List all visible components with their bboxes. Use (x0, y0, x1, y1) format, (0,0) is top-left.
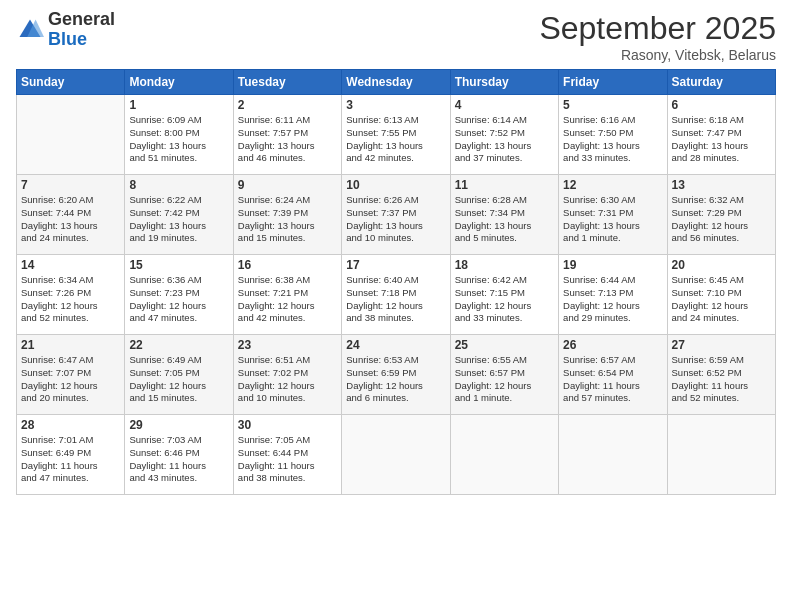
calendar-cell: 18Sunrise: 6:42 AM Sunset: 7:15 PM Dayli… (450, 255, 558, 335)
day-number: 22 (129, 338, 228, 352)
calendar-cell: 2Sunrise: 6:11 AM Sunset: 7:57 PM Daylig… (233, 95, 341, 175)
calendar-cell: 8Sunrise: 6:22 AM Sunset: 7:42 PM Daylig… (125, 175, 233, 255)
day-number: 10 (346, 178, 445, 192)
day-info: Sunrise: 6:47 AM Sunset: 7:07 PM Dayligh… (21, 354, 120, 405)
title-month: September 2025 (539, 10, 776, 47)
logo-general: General (48, 10, 115, 30)
day-info: Sunrise: 6:11 AM Sunset: 7:57 PM Dayligh… (238, 114, 337, 165)
calendar-cell: 11Sunrise: 6:28 AM Sunset: 7:34 PM Dayli… (450, 175, 558, 255)
day-info: Sunrise: 6:55 AM Sunset: 6:57 PM Dayligh… (455, 354, 554, 405)
logo-blue: Blue (48, 30, 115, 50)
day-info: Sunrise: 6:32 AM Sunset: 7:29 PM Dayligh… (672, 194, 771, 245)
day-number: 7 (21, 178, 120, 192)
day-number: 18 (455, 258, 554, 272)
calendar-cell: 29Sunrise: 7:03 AM Sunset: 6:46 PM Dayli… (125, 415, 233, 495)
day-number: 23 (238, 338, 337, 352)
calendar-cell: 15Sunrise: 6:36 AM Sunset: 7:23 PM Dayli… (125, 255, 233, 335)
day-info: Sunrise: 6:51 AM Sunset: 7:02 PM Dayligh… (238, 354, 337, 405)
calendar-cell: 27Sunrise: 6:59 AM Sunset: 6:52 PM Dayli… (667, 335, 775, 415)
day-info: Sunrise: 6:38 AM Sunset: 7:21 PM Dayligh… (238, 274, 337, 325)
logo: General Blue (16, 10, 115, 50)
calendar-cell (559, 415, 667, 495)
day-number: 5 (563, 98, 662, 112)
day-info: Sunrise: 7:03 AM Sunset: 6:46 PM Dayligh… (129, 434, 228, 485)
calendar-cell: 28Sunrise: 7:01 AM Sunset: 6:49 PM Dayli… (17, 415, 125, 495)
title-block: September 2025 Rasony, Vitebsk, Belarus (539, 10, 776, 63)
calendar-row-5: 28Sunrise: 7:01 AM Sunset: 6:49 PM Dayli… (17, 415, 776, 495)
day-info: Sunrise: 6:40 AM Sunset: 7:18 PM Dayligh… (346, 274, 445, 325)
day-number: 29 (129, 418, 228, 432)
day-number: 30 (238, 418, 337, 432)
col-thursday: Thursday (450, 70, 558, 95)
logo-text: General Blue (48, 10, 115, 50)
day-info: Sunrise: 6:14 AM Sunset: 7:52 PM Dayligh… (455, 114, 554, 165)
calendar-row-4: 21Sunrise: 6:47 AM Sunset: 7:07 PM Dayli… (17, 335, 776, 415)
calendar-cell: 26Sunrise: 6:57 AM Sunset: 6:54 PM Dayli… (559, 335, 667, 415)
col-monday: Monday (125, 70, 233, 95)
day-info: Sunrise: 6:53 AM Sunset: 6:59 PM Dayligh… (346, 354, 445, 405)
calendar-cell: 16Sunrise: 6:38 AM Sunset: 7:21 PM Dayli… (233, 255, 341, 335)
calendar-cell: 20Sunrise: 6:45 AM Sunset: 7:10 PM Dayli… (667, 255, 775, 335)
calendar-cell: 6Sunrise: 6:18 AM Sunset: 7:47 PM Daylig… (667, 95, 775, 175)
day-info: Sunrise: 6:36 AM Sunset: 7:23 PM Dayligh… (129, 274, 228, 325)
calendar-cell (342, 415, 450, 495)
day-info: Sunrise: 6:13 AM Sunset: 7:55 PM Dayligh… (346, 114, 445, 165)
calendar-cell: 19Sunrise: 6:44 AM Sunset: 7:13 PM Dayli… (559, 255, 667, 335)
day-info: Sunrise: 6:49 AM Sunset: 7:05 PM Dayligh… (129, 354, 228, 405)
day-info: Sunrise: 6:57 AM Sunset: 6:54 PM Dayligh… (563, 354, 662, 405)
calendar-cell: 17Sunrise: 6:40 AM Sunset: 7:18 PM Dayli… (342, 255, 450, 335)
calendar-cell: 21Sunrise: 6:47 AM Sunset: 7:07 PM Dayli… (17, 335, 125, 415)
day-number: 12 (563, 178, 662, 192)
day-info: Sunrise: 6:26 AM Sunset: 7:37 PM Dayligh… (346, 194, 445, 245)
calendar-cell: 1Sunrise: 6:09 AM Sunset: 8:00 PM Daylig… (125, 95, 233, 175)
day-info: Sunrise: 6:45 AM Sunset: 7:10 PM Dayligh… (672, 274, 771, 325)
day-number: 25 (455, 338, 554, 352)
day-number: 3 (346, 98, 445, 112)
calendar-cell: 10Sunrise: 6:26 AM Sunset: 7:37 PM Dayli… (342, 175, 450, 255)
day-info: Sunrise: 6:28 AM Sunset: 7:34 PM Dayligh… (455, 194, 554, 245)
day-info: Sunrise: 6:34 AM Sunset: 7:26 PM Dayligh… (21, 274, 120, 325)
title-location: Rasony, Vitebsk, Belarus (539, 47, 776, 63)
day-info: Sunrise: 6:30 AM Sunset: 7:31 PM Dayligh… (563, 194, 662, 245)
day-number: 13 (672, 178, 771, 192)
day-info: Sunrise: 6:22 AM Sunset: 7:42 PM Dayligh… (129, 194, 228, 245)
calendar-cell: 23Sunrise: 6:51 AM Sunset: 7:02 PM Dayli… (233, 335, 341, 415)
calendar-cell: 22Sunrise: 6:49 AM Sunset: 7:05 PM Dayli… (125, 335, 233, 415)
day-info: Sunrise: 7:05 AM Sunset: 6:44 PM Dayligh… (238, 434, 337, 485)
day-info: Sunrise: 6:44 AM Sunset: 7:13 PM Dayligh… (563, 274, 662, 325)
day-number: 17 (346, 258, 445, 272)
day-info: Sunrise: 7:01 AM Sunset: 6:49 PM Dayligh… (21, 434, 120, 485)
calendar-row-1: 1Sunrise: 6:09 AM Sunset: 8:00 PM Daylig… (17, 95, 776, 175)
day-info: Sunrise: 6:42 AM Sunset: 7:15 PM Dayligh… (455, 274, 554, 325)
calendar-row-3: 14Sunrise: 6:34 AM Sunset: 7:26 PM Dayli… (17, 255, 776, 335)
calendar-cell: 12Sunrise: 6:30 AM Sunset: 7:31 PM Dayli… (559, 175, 667, 255)
day-info: Sunrise: 6:24 AM Sunset: 7:39 PM Dayligh… (238, 194, 337, 245)
day-number: 26 (563, 338, 662, 352)
header: General Blue September 2025 Rasony, Vite… (16, 10, 776, 63)
calendar-cell: 9Sunrise: 6:24 AM Sunset: 7:39 PM Daylig… (233, 175, 341, 255)
col-wednesday: Wednesday (342, 70, 450, 95)
day-info: Sunrise: 6:59 AM Sunset: 6:52 PM Dayligh… (672, 354, 771, 405)
day-info: Sunrise: 6:16 AM Sunset: 7:50 PM Dayligh… (563, 114, 662, 165)
day-number: 11 (455, 178, 554, 192)
calendar-cell: 4Sunrise: 6:14 AM Sunset: 7:52 PM Daylig… (450, 95, 558, 175)
day-number: 16 (238, 258, 337, 272)
day-number: 21 (21, 338, 120, 352)
calendar-header-row: Sunday Monday Tuesday Wednesday Thursday… (17, 70, 776, 95)
day-info: Sunrise: 6:18 AM Sunset: 7:47 PM Dayligh… (672, 114, 771, 165)
day-info: Sunrise: 6:20 AM Sunset: 7:44 PM Dayligh… (21, 194, 120, 245)
calendar-cell: 25Sunrise: 6:55 AM Sunset: 6:57 PM Dayli… (450, 335, 558, 415)
day-number: 9 (238, 178, 337, 192)
calendar-cell (667, 415, 775, 495)
day-number: 6 (672, 98, 771, 112)
day-number: 2 (238, 98, 337, 112)
day-number: 27 (672, 338, 771, 352)
day-number: 1 (129, 98, 228, 112)
day-number: 28 (21, 418, 120, 432)
day-number: 8 (129, 178, 228, 192)
calendar-cell: 14Sunrise: 6:34 AM Sunset: 7:26 PM Dayli… (17, 255, 125, 335)
day-info: Sunrise: 6:09 AM Sunset: 8:00 PM Dayligh… (129, 114, 228, 165)
day-number: 15 (129, 258, 228, 272)
day-number: 4 (455, 98, 554, 112)
day-number: 19 (563, 258, 662, 272)
